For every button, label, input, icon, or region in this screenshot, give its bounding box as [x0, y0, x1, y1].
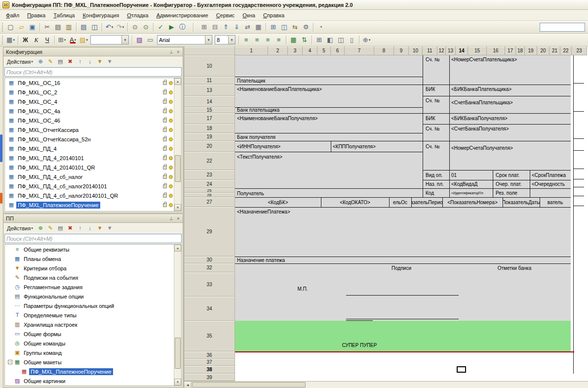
scroll-up-button[interactable]: ▲: [174, 245, 181, 252]
row-header[interactable]: 30: [184, 257, 235, 263]
sheet-cell[interactable]: <ИННПолучателя>: [236, 143, 330, 149]
scrollbar-thumb[interactable]: [175, 338, 181, 369]
freeze-panes-button[interactable]: ◫: [336, 35, 346, 45]
align-left-button[interactable]: ≡: [241, 35, 251, 45]
sheet-cell[interactable]: <НомерСчетаПлательщика>: [450, 56, 570, 62]
tree-item[interactable]: ▥Хранилища настроек: [5, 320, 173, 329]
syntax-check-button[interactable]: ✓: [156, 22, 166, 32]
menu-item[interactable]: Конфигурация: [78, 11, 123, 20]
fill-color-button[interactable]: ▨▾: [78, 35, 89, 45]
vertical-scrollbar[interactable]: ▲▼: [174, 245, 181, 386]
sheet-cell[interactable]: Срок плат.: [495, 172, 529, 178]
windows-button[interactable]: ◫: [279, 22, 289, 32]
tree-item[interactable]: ▤Функциональные опции: [5, 292, 173, 301]
actions-menu-button[interactable]: Действия▾: [4, 57, 36, 66]
sheet-cell[interactable]: <НаименованиеБанкаПлательщика>: [236, 86, 422, 92]
column-header[interactable]: 18: [516, 46, 525, 55]
row-header[interactable]: 15: [184, 107, 235, 113]
tree-item[interactable]: ▦ПФ_MXL_ПД_4_сб_налог20140101_QR: [5, 191, 173, 200]
debug-button[interactable]: ▶: [166, 22, 177, 32]
underline-button[interactable]: Ч: [42, 35, 52, 45]
column-header[interactable]: 9: [394, 46, 409, 55]
row-header[interactable]: 27: [184, 197, 235, 207]
menu-item[interactable]: Таблица: [49, 11, 78, 20]
sheet-cell[interactable]: Плательщик: [236, 78, 422, 84]
sheet-cell[interactable]: ПоказательДаты: [503, 199, 540, 205]
tree-item[interactable]: ◷Регламентные задания: [5, 282, 173, 292]
open-config-window-button[interactable]: ⊞: [268, 22, 278, 32]
redo-button[interactable]: ↷▾: [115, 22, 125, 32]
menu-item[interactable]: Справка: [259, 11, 288, 20]
show-grid-button[interactable]: ⊞: [314, 35, 324, 45]
tree-item[interactable]: ▦ПФ_MXL_ОС_2: [5, 87, 173, 97]
row-header[interactable]: 17: [184, 113, 235, 124]
row-header[interactable]: 22: [184, 152, 235, 170]
pin-icon[interactable]: ⊥: [168, 48, 175, 55]
move-up-button[interactable]: ↑: [76, 57, 85, 66]
sort-button[interactable]: ▼: [95, 223, 105, 233]
sheet-cell[interactable]: ватель: [540, 199, 571, 205]
row-header[interactable]: 32: [184, 263, 235, 272]
global-search-input[interactable]: [540, 23, 585, 32]
scroll-down-button[interactable]: ▼: [174, 379, 181, 386]
sheet-cell[interactable]: Сч. №: [425, 143, 448, 149]
tree-item[interactable]: ▦ПФ_MXL_ОтчетКассира_52н: [5, 134, 173, 144]
row-header[interactable]: 34: [184, 297, 235, 321]
sheet-cell[interactable]: СУПЕР ПУПЕР: [235, 342, 484, 348]
tree-item[interactable]: ▦ПФ_MXL_ПД_4_20140101_QR: [5, 163, 173, 172]
sheet-cell[interactable]: <СрокПлатежа: [531, 172, 570, 178]
column-header[interactable]: 11: [423, 46, 437, 55]
sheet-cell[interactable]: Сч. №: [425, 97, 448, 103]
unlock-object-button[interactable]: ⊟: [210, 22, 220, 32]
row-header[interactable]: 29: [184, 207, 235, 257]
sheet-cell[interactable]: Банк плательщика: [236, 107, 422, 113]
column-header[interactable]: 4: [303, 46, 317, 55]
delete-button[interactable]: ✖: [66, 223, 75, 233]
row-header[interactable]: 33: [184, 272, 235, 297]
row-header[interactable]: 37: [184, 359, 235, 366]
docked-panel-tab[interactable]: [0, 193, 2, 204]
vertical-scrollbar[interactable]: ▲▼: [174, 78, 181, 211]
show-headers-button[interactable]: ◧: [325, 35, 335, 45]
sheet-cell[interactable]: <ТекстПолучателя>: [236, 154, 422, 160]
toolbar-grip[interactable]: [2, 23, 3, 32]
move-up-button[interactable]: ↑: [76, 223, 85, 233]
column-header[interactable]: 17: [505, 46, 516, 55]
menu-item[interactable]: Правка: [23, 11, 49, 20]
bold-button[interactable]: Ж: [20, 35, 31, 45]
actions-menu-button[interactable]: Действия▾: [4, 224, 36, 233]
menu-item[interactable]: Файл: [2, 11, 23, 20]
close-icon[interactable]: ×: [175, 215, 182, 222]
delete-button[interactable]: ✖: [66, 57, 75, 66]
toolbar-grip[interactable]: [2, 36, 3, 44]
storage-put-button[interactable]: ⇑: [221, 22, 231, 32]
column-header[interactable]: 23: [572, 46, 587, 55]
row-header[interactable]: 20: [184, 141, 235, 152]
filter-button[interactable]: ▼: [105, 57, 115, 66]
tree-item[interactable]: ▭Общие формы: [5, 329, 173, 339]
scrollbar-thumb[interactable]: [192, 382, 306, 388]
sheet-cell[interactable]: <БИКБанкаПолучателя>: [450, 115, 570, 121]
row-header[interactable]: 11: [184, 77, 235, 85]
align-center-button[interactable]: ≡: [252, 35, 262, 45]
align-right-button[interactable]: ≡: [263, 35, 273, 45]
cell-properties-button[interactable]: ▦▾: [5, 35, 16, 45]
column-header[interactable]: 13: [446, 46, 456, 55]
column-header[interactable]: 22: [560, 46, 572, 55]
update-db-config-button[interactable]: ▦: [253, 22, 264, 32]
sheet-cell[interactable]: Сч. №: [425, 126, 448, 131]
search-input[interactable]: [4, 67, 182, 77]
sheet-corner[interactable]: [184, 46, 235, 55]
scrollbar-thumb[interactable]: [175, 155, 181, 182]
sheet-cell[interactable]: Очер. плат.: [495, 181, 529, 187]
tree-item[interactable]: ✎Подписки на события: [5, 273, 173, 282]
edit-button[interactable]: ✎: [46, 57, 55, 66]
sheet-cell[interactable]: Отметки банка: [458, 265, 571, 271]
tree-item[interactable]: ▦Планы обмена: [5, 254, 173, 263]
tree-item[interactable]: ⋯Параметры функциональных опций: [5, 301, 173, 310]
row-header[interactable]: 36: [184, 351, 235, 359]
column-header[interactable]: 1: [235, 46, 268, 55]
dropdown-arrow-icon[interactable]: ▾: [205, 36, 212, 44]
tree-item[interactable]: ▦ПФ_MXL_ОС_4: [5, 97, 173, 106]
column-header[interactable]: 12: [437, 46, 446, 55]
